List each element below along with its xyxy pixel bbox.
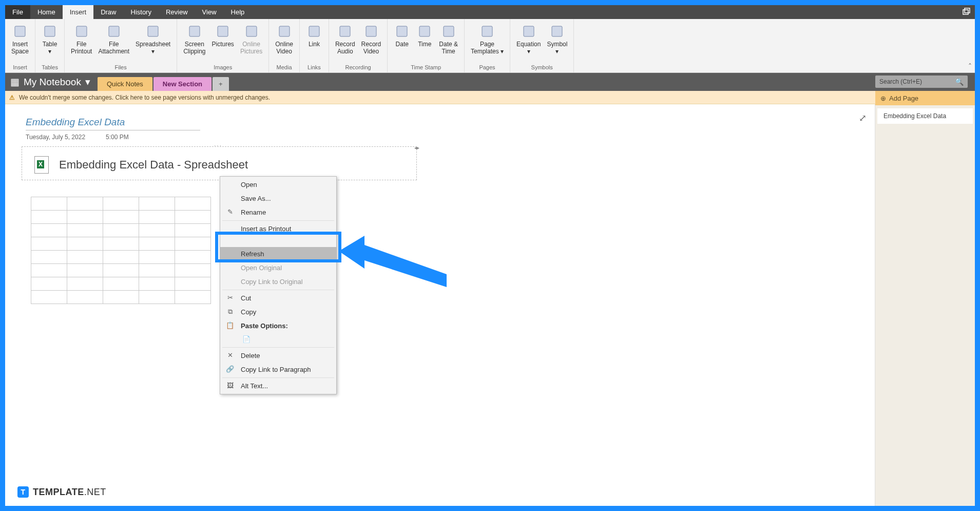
page-title[interactable]: Embedding Excel Data <box>26 117 200 130</box>
merge-warning-bar[interactable]: ⚠ We couldn't merge some changes. Click … <box>5 91 975 104</box>
restore-window-icon[interactable] <box>962 7 971 16</box>
cell[interactable] <box>67 224 103 237</box>
spreadsheet-preview[interactable] <box>31 197 211 304</box>
search-input[interactable]: Search (Ctrl+E) 🔍 <box>875 75 968 88</box>
cell[interactable] <box>139 264 175 277</box>
cell[interactable] <box>175 224 211 237</box>
ribbon-button[interactable]: RecordAudio <box>332 21 358 63</box>
cell[interactable] <box>139 291 175 304</box>
tab-quick-notes[interactable]: Quick Notes <box>98 77 152 91</box>
cell[interactable] <box>67 264 103 277</box>
cell[interactable] <box>67 197 103 211</box>
context-menu-item[interactable]: Open <box>220 178 336 192</box>
menu-help[interactable]: Help <box>224 5 252 19</box>
cell[interactable] <box>67 211 103 224</box>
cell[interactable] <box>175 264 211 277</box>
context-menu-item[interactable]: ⧉Copy <box>220 305 336 319</box>
ribbon-button[interactable]: RecordVideo <box>358 21 385 63</box>
cell[interactable] <box>67 251 103 264</box>
context-menu-item[interactable]: 🔗Copy Link to Paragraph <box>220 363 336 376</box>
cell[interactable] <box>103 277 139 291</box>
menu-item-icon: 🔗 <box>225 365 235 374</box>
cell[interactable] <box>103 224 139 237</box>
ribbon-button[interactable]: FilePrintout <box>68 21 95 63</box>
page-list-item[interactable]: Embedding Excel Data <box>877 108 973 124</box>
menu-insert[interactable]: Insert <box>63 5 94 19</box>
context-menu-item[interactable]: Insert as Printout <box>220 222 336 236</box>
cell[interactable] <box>31 224 67 237</box>
tab-add-section[interactable]: + <box>213 77 229 91</box>
cell[interactable] <box>103 251 139 264</box>
tab-new-section[interactable]: New Section <box>153 77 212 91</box>
ribbon-button[interactable]: Equation▾ <box>513 21 544 63</box>
cell[interactable] <box>139 277 175 291</box>
cell[interactable] <box>175 251 211 264</box>
cell[interactable] <box>103 197 139 211</box>
notebook-dropdown[interactable]: ▦ My Notebook ▾ <box>10 76 98 88</box>
cell[interactable] <box>139 251 175 264</box>
cell[interactable] <box>175 291 211 304</box>
cell[interactable] <box>31 251 67 264</box>
cell[interactable] <box>67 277 103 291</box>
ribbon-button[interactable]: Table▾ <box>39 21 61 63</box>
cell[interactable] <box>31 291 67 304</box>
resize-handle-icon[interactable]: ◂▸ <box>414 145 419 150</box>
cell[interactable] <box>139 211 175 224</box>
menu-history[interactable]: History <box>124 5 159 19</box>
excel-file-icon[interactable] <box>34 156 49 174</box>
cell[interactable] <box>31 237 67 251</box>
ribbon-button[interactable]: Date <box>391 21 413 63</box>
menu-review[interactable]: Review <box>159 5 195 19</box>
cell[interactable] <box>103 237 139 251</box>
cell[interactable] <box>67 291 103 304</box>
cell[interactable] <box>175 277 211 291</box>
menu-home[interactable]: Home <box>30 5 63 19</box>
cell[interactable] <box>103 211 139 224</box>
ribbon-group-label: Recording <box>345 63 371 72</box>
ribbon-group: OnlineVideoMedia <box>269 19 300 72</box>
context-menu-item[interactable]: 🖼Alt Text... <box>220 379 336 393</box>
ribbon-button[interactable]: Link <box>303 21 325 63</box>
ribbon-button[interactable]: Time <box>413 21 436 63</box>
ribbon-button[interactable]: Pictures <box>209 21 237 63</box>
ribbon-button[interactable]: OnlinePictures <box>237 21 265 63</box>
cell[interactable] <box>31 211 67 224</box>
context-menu-item[interactable]: ✎Rename <box>220 205 336 219</box>
fullscreen-icon[interactable]: ⤢ <box>859 112 867 124</box>
ribbon-button[interactable]: Symbol▾ <box>544 21 570 63</box>
drag-handle-icon[interactable] <box>204 146 235 148</box>
cell[interactable] <box>103 264 139 277</box>
add-page-button[interactable]: ⊕ Add Page <box>875 91 975 105</box>
context-menu-item[interactable]: Save As... <box>220 192 336 205</box>
cell[interactable] <box>139 197 175 211</box>
cell[interactable] <box>31 277 67 291</box>
ribbon-button[interactable]: ScreenClipping <box>180 21 208 63</box>
cell[interactable] <box>175 211 211 224</box>
ribbon-button[interactable]: Date &Time <box>436 21 461 63</box>
ribbon-button[interactable]: Spreadsheet▾ <box>132 21 174 63</box>
context-menu-item[interactable]: ✂Cut <box>220 291 336 305</box>
cell[interactable] <box>139 237 175 251</box>
cell[interactable] <box>103 291 139 304</box>
cell[interactable] <box>175 237 211 251</box>
ribbon-button[interactable]: InsertSpace <box>8 21 32 63</box>
menu-file[interactable]: File <box>5 5 30 19</box>
cell[interactable] <box>31 264 67 277</box>
context-menu-item[interactable]: ✕Delete <box>220 349 336 363</box>
collapse-ribbon-icon[interactable]: ˄ <box>968 62 972 70</box>
cell[interactable] <box>175 197 211 211</box>
context-menu-item[interactable]: 📄 <box>220 333 336 346</box>
cell[interactable] <box>31 197 67 211</box>
cell[interactable] <box>67 237 103 251</box>
ribbon-button[interactable]: PageTemplates ▾ <box>468 21 507 63</box>
page-canvas[interactable]: ⤢ Embedding Excel Data Tuesday, July 5, … <box>5 104 875 506</box>
ribbon-button[interactable]: FileAttachment <box>95 21 132 63</box>
menu-draw[interactable]: Draw <box>93 5 123 19</box>
paste-option-icon[interactable]: 📄 <box>242 335 251 345</box>
cell[interactable] <box>139 224 175 237</box>
context-menu-item[interactable]: Refresh <box>220 247 336 261</box>
menu-view[interactable]: View <box>195 5 224 19</box>
menu-separator <box>222 347 334 348</box>
ribbon-button[interactable]: OnlineVideo <box>272 21 296 63</box>
embedded-object-container[interactable]: ◂▸ Embedding Excel Data - Spreadsheet <box>22 146 417 180</box>
